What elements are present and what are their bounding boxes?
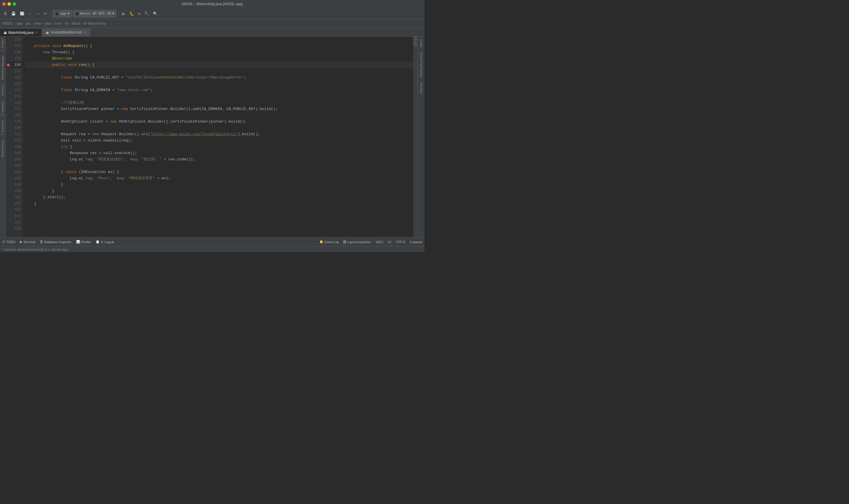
breadcrumb-mainactivity[interactable]: ⚙ MainActivity	[83, 21, 106, 25]
toolbar-back-button[interactable]: ←	[27, 11, 34, 17]
toolbar-menu-button[interactable]: ☰	[2, 11, 8, 17]
maximize-button[interactable]	[13, 2, 16, 6]
line-number-148[interactable]: 148	[6, 175, 23, 182]
tab-mainactivity[interactable]: ☕ MainActivity.java ✕	[0, 28, 42, 36]
line-number-137[interactable]: 137	[6, 106, 23, 112]
minimize-button[interactable]	[7, 2, 11, 6]
code-line-153	[25, 207, 413, 213]
tab-androidmanifest[interactable]: 🤖 AndroidManifest.xml ✕	[42, 28, 90, 36]
code-line-140	[25, 125, 413, 131]
line-number-134[interactable]: 134	[6, 87, 23, 93]
breadcrumb-java[interactable]: java	[45, 21, 51, 25]
fold-arrow-128[interactable]: ▾	[18, 51, 20, 54]
line-number-153[interactable]: 153	[6, 207, 23, 213]
sidebar-item-project[interactable]: 1: Project	[1, 37, 5, 53]
line-number-152[interactable]: 152	[6, 200, 23, 207]
line-number-151[interactable]: 151	[6, 194, 23, 200]
indent[interactable]: 4 spaces	[410, 240, 422, 244]
sidebar-item-favorites[interactable]: 2: Favorites	[1, 118, 5, 138]
sidebar-item-build-variants[interactable]: Build Variants	[1, 138, 5, 160]
breadcrumb-com[interactable]: com	[55, 21, 61, 25]
toolbar-save-button[interactable]: 💾	[10, 11, 17, 17]
code-line-152: }	[25, 200, 413, 207]
line-number-150[interactable]: 150	[6, 188, 23, 194]
line-number-154[interactable]: 154	[6, 213, 23, 219]
fold-arrow-127[interactable]: ▾	[18, 44, 20, 48]
status-event-log[interactable]: 🔔 Event Log	[319, 240, 339, 244]
line-number-126[interactable]: 126	[6, 37, 23, 43]
tab-mainactivity-close[interactable]: ✕	[35, 31, 38, 34]
breadcrumb-killssl[interactable]: KillSSL	[2, 21, 14, 25]
close-button[interactable]	[2, 2, 6, 6]
line-number-142[interactable]: 142	[6, 138, 23, 144]
status-database-inspector[interactable]: 🗄 Database Inspector	[40, 240, 71, 244]
line-endings[interactable]: LF	[388, 240, 392, 244]
code-line-142: Call call = client.newCall(req);	[25, 138, 413, 144]
line-number-138[interactable]: 138	[6, 112, 23, 119]
app-selector[interactable]: 📱 app ▼	[53, 10, 72, 17]
status-profiler[interactable]: 📊 Profiler	[76, 240, 91, 244]
device-selector[interactable]: 📱 Nexus 6P API 30 ▼	[73, 10, 116, 17]
scroll-panel[interactable]	[413, 37, 418, 237]
line-number-132[interactable]: 132	[6, 74, 23, 81]
toolbar-sync-button[interactable]: 🔄	[18, 11, 26, 17]
fold-arrow-143[interactable]: ▾	[18, 145, 20, 149]
line-number-149[interactable]: 149	[6, 182, 23, 188]
status-todo[interactable]: ☑ TODO	[2, 240, 16, 244]
layout-inspector-icon: 🖼	[343, 240, 346, 244]
line-number-140[interactable]: 140	[6, 125, 23, 131]
run-button[interactable]: ▶	[121, 10, 127, 17]
line-number-141[interactable]: 141	[6, 131, 23, 138]
app-label: app	[60, 12, 67, 16]
code-content[interactable]: private void doRequest() { new Thread() …	[23, 37, 413, 237]
line-number-146[interactable]: 146	[6, 163, 23, 169]
line-number-155[interactable]: 155	[6, 219, 23, 226]
status-logcat[interactable]: 📋 6: Logcat	[96, 240, 114, 244]
breadcrumb-src[interactable]: src	[26, 21, 31, 25]
toolbar-undo-button[interactable]: ↩	[42, 11, 49, 17]
fold-arrow-147[interactable]: ▾	[18, 170, 20, 174]
debug-button[interactable]: 🐛	[128, 11, 136, 17]
status-terminal[interactable]: ▶ Terminal	[20, 240, 36, 244]
line-number-135[interactable]: 135	[6, 93, 23, 100]
stop-button[interactable]: ■	[137, 11, 142, 17]
line-number-139[interactable]: 139	[6, 119, 23, 125]
far-sidebar-device-file-explorer[interactable]: Device File Explorer	[419, 50, 423, 80]
build-button[interactable]: 🔨	[143, 11, 150, 17]
search-button[interactable]: 🔍	[151, 11, 159, 17]
code-line-127: private void doRequest() {	[25, 43, 413, 49]
line-number-144[interactable]: 144	[6, 150, 23, 156]
status-right: 🔔 Event Log 🖼 Layout Inspector 160:5 LF …	[319, 240, 424, 244]
toolbar-forward-button[interactable]: →	[35, 11, 41, 17]
line-number-156[interactable]: 156	[6, 226, 23, 232]
sidebar-item-structure[interactable]: Structure	[1, 82, 5, 98]
sidebar-item-z-structure[interactable]: Z: Structure	[1, 98, 5, 118]
status-layout-inspector[interactable]: 🖼 Layout Inspector	[343, 240, 371, 244]
code-line-131	[25, 68, 413, 74]
database-inspector-label: Database Inspector	[44, 240, 71, 244]
encoding[interactable]: UTF-8	[396, 240, 405, 244]
fold-arrow-130[interactable]: ▾	[18, 63, 20, 67]
chevron-down-icon: ▼	[68, 12, 70, 16]
far-sidebar-emulator[interactable]: Emulator	[419, 80, 423, 96]
cursor-position[interactable]: 160:5	[375, 240, 383, 244]
breadcrumb-nb[interactable]: nb	[65, 21, 68, 25]
line-number-131[interactable]: 131	[6, 68, 23, 74]
line-number-136[interactable]: 136	[6, 100, 23, 106]
line-number-128[interactable]: 128▾	[6, 49, 23, 56]
tab-androidmanifest-close[interactable]: ✕	[83, 31, 87, 34]
window-title: KillSSL – MainActivity.java [KillSSL.app…	[182, 2, 242, 6]
breadcrumb-main[interactable]: main	[34, 21, 41, 25]
sidebar-item-resource-manager[interactable]: Resource Manager	[1, 53, 5, 82]
breadcrumb-killssl2[interactable]: killssl	[72, 21, 80, 25]
window-controls[interactable]	[2, 2, 16, 6]
far-sidebar-gradle[interactable]: Gradle	[419, 37, 423, 50]
line-number-147[interactable]: 147▾	[6, 169, 23, 175]
line-number-133[interactable]: 133	[6, 81, 23, 87]
line-number-145[interactable]: 145	[6, 156, 23, 163]
line-number-130[interactable]: 130▾	[6, 62, 23, 68]
line-number-127[interactable]: 127▾	[6, 43, 23, 49]
breadcrumb-app[interactable]: app	[17, 21, 23, 25]
line-number-129[interactable]: 129	[6, 56, 23, 62]
line-number-143[interactable]: 143▾	[6, 144, 23, 150]
